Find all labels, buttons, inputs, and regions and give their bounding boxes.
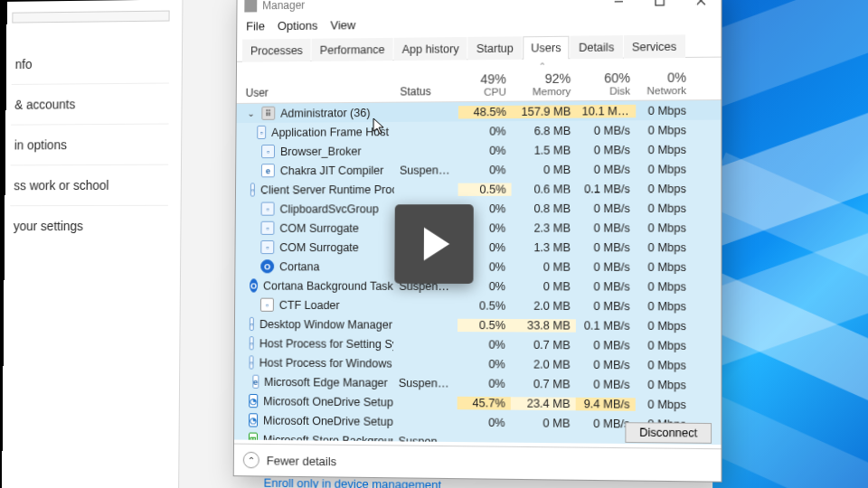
process-icon: ▫ (250, 317, 254, 331)
process-row[interactable]: ▫COM Surrogate0%2.3 MB0 MB/s0 Mbps (236, 218, 722, 238)
desktop-wallpaper (712, 0, 868, 488)
column-headers[interactable]: ⌃ User Status 49%CPU 92%Memory 60%Disk 0… (237, 58, 722, 104)
process-name: Chakra JIT Compiler (280, 164, 384, 177)
window-title: Manager (262, 0, 305, 12)
process-row[interactable]: ▫COM Surrogate0%1.3 MB0 MB/s0 Mbps (235, 238, 721, 258)
process-icon: ▫ (261, 202, 275, 216)
process-name: Microsoft OneDrive Setup ... (263, 414, 393, 428)
minimize-button[interactable] (598, 0, 638, 14)
process-name: ClipboardSvcGroup (279, 202, 378, 215)
process-row[interactable]: ▫CTF Loader0.5%2.0 MB0 MB/s0 Mbps (235, 296, 721, 316)
sidebar-item[interactable]: nfo (6, 42, 175, 84)
menu-view[interactable]: View (330, 18, 355, 32)
svg-rect-0 (656, 0, 664, 5)
sort-indicator-icon: ⌃ (539, 61, 546, 71)
process-name: Host Process for Windows ... (259, 356, 393, 370)
process-name: CTF Loader (279, 298, 340, 311)
tab-processes[interactable]: Processes (242, 39, 311, 62)
process-name: Microsoft Edge Manager (264, 375, 388, 389)
process-row[interactable]: OCortana Background Task ...Suspended0%0… (235, 276, 721, 296)
process-rows: ⌄⠿Administrator (36)48.5%157.9 MB10.1 MB… (234, 100, 721, 445)
process-name: Client Server Runtime Proc... (260, 183, 394, 196)
process-row[interactable]: ▫Application Frame Host0%6.8 MB0 MB/s0 M… (236, 120, 721, 143)
menu-file[interactable]: File (246, 19, 265, 33)
process-icon: ▫ (249, 355, 253, 369)
process-row[interactable]: ▫Host Process for Setting Sy...0%0.7 MB0… (235, 333, 722, 355)
process-name: COM Surrogate (279, 240, 359, 253)
process-icon: O (260, 259, 274, 273)
tab-users[interactable]: Users (523, 36, 570, 60)
sidebar-header-box (12, 11, 169, 23)
col-memory[interactable]: 92%Memory (512, 67, 577, 100)
enroll-link[interactable]: Enroll only in device management (264, 476, 442, 488)
process-name: COM Surrogate (279, 221, 359, 234)
process-row[interactable]: ▫Client Server Runtime Proc...0.5%0.6 MB… (236, 179, 722, 200)
process-icon: ◔ (249, 394, 258, 408)
process-name: Application Frame Host (271, 126, 389, 139)
process-icon: ▫ (260, 221, 274, 235)
process-row[interactable]: ▫Browser_Broker0%1.5 MB0 MB/s0 Mbps (236, 139, 721, 161)
col-user[interactable]: User (237, 81, 395, 103)
user-icon: ⠿ (261, 107, 275, 120)
close-button[interactable] (680, 0, 722, 13)
process-row[interactable]: ▫Desktop Window Manager0.5%33.8 MB0.1 MB… (235, 314, 722, 336)
play-icon (424, 228, 450, 261)
col-network[interactable]: 0%Network (636, 66, 692, 99)
col-cpu[interactable]: 49%CPU (458, 68, 512, 101)
process-icon: ▫ (260, 298, 274, 312)
sidebar-item[interactable]: & accounts (5, 83, 174, 124)
process-icon: ▫ (250, 336, 254, 350)
col-disk[interactable]: 60%Disk (576, 67, 636, 100)
process-icon: ◔ (249, 413, 258, 427)
process-name: Cortana Background Task ... (263, 279, 393, 293)
process-name: Microsoft OneDrive Setup ... (263, 395, 393, 409)
process-icon: e (261, 164, 275, 177)
sidebar-item[interactable]: ss work or school (5, 165, 174, 206)
process-name: Desktop Window Manager (259, 317, 392, 331)
tab-startup[interactable]: Startup (468, 36, 522, 60)
process-icon: ▫ (260, 240, 274, 254)
col-status[interactable]: Status (394, 81, 458, 102)
user-name: Administrator (36) (280, 106, 370, 119)
process-name: Host Process for Setting Sy... (259, 337, 393, 351)
process-row[interactable]: eChakra JIT CompilerSuspended0%0 MB0 MB/… (236, 159, 721, 180)
process-icon: O (250, 278, 258, 292)
menu-options[interactable]: Options (278, 19, 318, 33)
settings-sidebar: nfo& accountsin optionsss work or school… (2, 0, 183, 488)
video-play-overlay[interactable] (394, 204, 473, 284)
sidebar-item[interactable]: your settings (5, 206, 174, 246)
maximize-button[interactable] (638, 0, 679, 13)
disconnect-button[interactable]: Disconnect (626, 422, 712, 444)
fewer-details-label: Fewer details (267, 454, 337, 468)
process-row[interactable]: OCortanaSuspended0%0 MB0 MB/s0 Mbps (235, 257, 721, 277)
process-icon: ▫ (250, 183, 255, 196)
process-name: Browser_Broker (280, 145, 362, 158)
expand-icon[interactable]: ⌄ (245, 108, 256, 118)
process-name: Cortana (279, 260, 320, 273)
process-icon: e (252, 375, 259, 389)
process-icon: ▫ (261, 145, 275, 158)
process-row[interactable]: ▫ClipboardSvcGroup0%0.8 MB0 MB/s0 Mbps (236, 198, 722, 218)
tab-app-history[interactable]: App history (393, 37, 467, 61)
process-icon: ▫ (257, 126, 266, 139)
tab-details[interactable]: Details (571, 35, 623, 59)
chevron-up-icon: ⌃ (243, 452, 259, 468)
sidebar-item[interactable]: in options (5, 125, 175, 165)
app-icon (244, 0, 257, 13)
tab-performance[interactable]: Performance (312, 38, 393, 61)
tab-services[interactable]: Services (624, 34, 685, 58)
task-manager-window: Manager FileOptionsView ProcessesPerform… (233, 0, 722, 483)
